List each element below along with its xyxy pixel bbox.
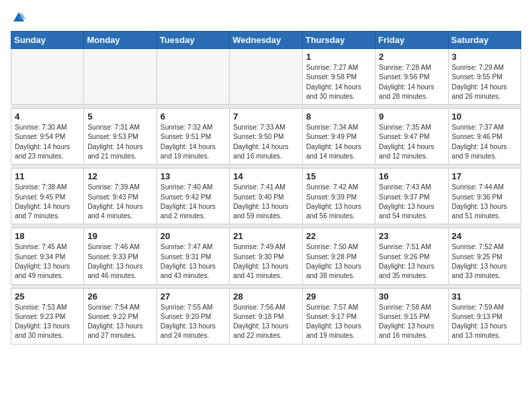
day-info: Sunrise: 7:44 AM Sunset: 9:36 PM Dayligh… (452, 183, 517, 221)
day-info: Sunrise: 7:53 AM Sunset: 9:23 PM Dayligh… (15, 303, 80, 341)
calendar-cell: 5Sunrise: 7:31 AM Sunset: 9:53 PM Daylig… (84, 109, 157, 165)
col-header-thursday: Thursday (302, 32, 375, 49)
calendar-week-2: 4Sunrise: 7:30 AM Sunset: 9:54 PM Daylig… (11, 109, 521, 165)
calendar-cell: 22Sunrise: 7:50 AM Sunset: 9:28 PM Dayli… (302, 228, 375, 284)
calendar-cell: 26Sunrise: 7:54 AM Sunset: 9:22 PM Dayli… (84, 288, 157, 344)
day-number: 19 (87, 231, 152, 241)
calendar-cell: 27Sunrise: 7:55 AM Sunset: 9:20 PM Dayli… (157, 288, 229, 344)
calendar-cell: 10Sunrise: 7:37 AM Sunset: 9:46 PM Dayli… (448, 109, 521, 165)
day-number: 5 (87, 111, 152, 122)
calendar-cell: 20Sunrise: 7:47 AM Sunset: 9:31 PM Dayli… (157, 228, 229, 284)
day-number: 26 (87, 291, 152, 302)
calendar-cell: 1Sunrise: 7:27 AM Sunset: 9:58 PM Daylig… (302, 49, 375, 105)
day-info: Sunrise: 7:39 AM Sunset: 9:43 PM Dayligh… (87, 183, 152, 221)
day-number: 16 (379, 171, 444, 181)
col-header-monday: Monday (84, 32, 157, 49)
col-header-sunday: Sunday (11, 32, 84, 49)
day-info: Sunrise: 7:55 AM Sunset: 9:20 PM Dayligh… (161, 303, 226, 341)
day-info: Sunrise: 7:33 AM Sunset: 9:50 PM Dayligh… (233, 123, 298, 161)
day-info: Sunrise: 7:31 AM Sunset: 9:53 PM Dayligh… (87, 123, 152, 161)
day-info: Sunrise: 7:27 AM Sunset: 9:58 PM Dayligh… (306, 63, 371, 101)
calendar-cell: 15Sunrise: 7:42 AM Sunset: 9:39 PM Dayli… (302, 169, 375, 224)
logo-icon (12, 11, 26, 24)
calendar-cell: 23Sunrise: 7:51 AM Sunset: 9:26 PM Dayli… (375, 228, 448, 284)
calendar-cell: 16Sunrise: 7:43 AM Sunset: 9:37 PM Dayli… (375, 169, 448, 224)
day-info: Sunrise: 7:50 AM Sunset: 9:28 PM Dayligh… (306, 242, 371, 281)
calendar-cell: 2Sunrise: 7:28 AM Sunset: 9:56 PM Daylig… (375, 49, 448, 105)
day-info: Sunrise: 7:46 AM Sunset: 9:33 PM Dayligh… (87, 242, 152, 281)
calendar-cell: 25Sunrise: 7:53 AM Sunset: 9:23 PM Dayli… (11, 288, 84, 344)
calendar-cell: 11Sunrise: 7:38 AM Sunset: 9:45 PM Dayli… (11, 169, 84, 224)
calendar-cell (11, 49, 84, 105)
calendar-cell: 7Sunrise: 7:33 AM Sunset: 9:50 PM Daylig… (230, 109, 302, 165)
calendar-week-1: 1Sunrise: 7:27 AM Sunset: 9:58 PM Daylig… (11, 49, 521, 105)
day-number: 23 (379, 231, 444, 241)
calendar-week-4: 18Sunrise: 7:45 AM Sunset: 9:34 PM Dayli… (11, 228, 521, 284)
calendar-week-3: 11Sunrise: 7:38 AM Sunset: 9:45 PM Dayli… (11, 169, 521, 224)
day-number: 20 (161, 231, 226, 241)
day-number: 21 (233, 231, 298, 241)
day-info: Sunrise: 7:59 AM Sunset: 9:13 PM Dayligh… (452, 303, 517, 341)
day-info: Sunrise: 7:49 AM Sunset: 9:30 PM Dayligh… (233, 242, 298, 281)
day-number: 25 (15, 291, 80, 302)
day-number: 1 (306, 52, 371, 62)
calendar-cell: 31Sunrise: 7:59 AM Sunset: 9:13 PM Dayli… (448, 288, 521, 344)
calendar-cell (157, 49, 229, 105)
day-info: Sunrise: 7:54 AM Sunset: 9:22 PM Dayligh… (87, 303, 152, 341)
calendar-cell: 3Sunrise: 7:29 AM Sunset: 9:55 PM Daylig… (448, 49, 521, 105)
day-info: Sunrise: 7:58 AM Sunset: 9:15 PM Dayligh… (379, 303, 444, 341)
calendar-cell: 21Sunrise: 7:49 AM Sunset: 9:30 PM Dayli… (230, 228, 302, 284)
calendar-cell: 24Sunrise: 7:52 AM Sunset: 9:25 PM Dayli… (448, 228, 521, 284)
day-number: 24 (452, 231, 517, 241)
day-info: Sunrise: 7:32 AM Sunset: 9:51 PM Dayligh… (161, 123, 226, 161)
col-header-wednesday: Wednesday (230, 32, 302, 49)
day-number: 29 (306, 291, 371, 302)
calendar-cell: 18Sunrise: 7:45 AM Sunset: 9:34 PM Dayli… (11, 228, 84, 284)
day-info: Sunrise: 7:51 AM Sunset: 9:26 PM Dayligh… (379, 242, 444, 281)
day-number: 6 (161, 111, 226, 122)
day-info: Sunrise: 7:45 AM Sunset: 9:34 PM Dayligh… (15, 242, 80, 281)
day-info: Sunrise: 7:43 AM Sunset: 9:37 PM Dayligh… (379, 183, 444, 221)
day-number: 10 (452, 111, 517, 122)
day-info: Sunrise: 7:56 AM Sunset: 9:18 PM Dayligh… (233, 303, 298, 341)
day-number: 15 (306, 171, 371, 181)
day-number: 7 (233, 111, 298, 122)
day-info: Sunrise: 7:28 AM Sunset: 9:56 PM Dayligh… (379, 63, 444, 101)
calendar-cell: 28Sunrise: 7:56 AM Sunset: 9:18 PM Dayli… (230, 288, 302, 344)
day-number: 3 (452, 52, 517, 62)
day-info: Sunrise: 7:30 AM Sunset: 9:54 PM Dayligh… (15, 123, 80, 161)
col-header-tuesday: Tuesday (157, 32, 229, 49)
calendar: SundayMondayTuesdayWednesdayThursdayFrid… (11, 31, 521, 345)
day-number: 18 (15, 231, 80, 241)
day-info: Sunrise: 7:47 AM Sunset: 9:31 PM Dayligh… (161, 242, 226, 281)
day-info: Sunrise: 7:52 AM Sunset: 9:25 PM Dayligh… (452, 242, 517, 281)
calendar-cell: 8Sunrise: 7:34 AM Sunset: 9:49 PM Daylig… (302, 109, 375, 165)
day-info: Sunrise: 7:38 AM Sunset: 9:45 PM Dayligh… (15, 183, 80, 221)
day-info: Sunrise: 7:57 AM Sunset: 9:17 PM Dayligh… (306, 303, 371, 341)
day-info: Sunrise: 7:41 AM Sunset: 9:40 PM Dayligh… (233, 183, 298, 221)
calendar-cell: 14Sunrise: 7:41 AM Sunset: 9:40 PM Dayli… (230, 169, 302, 224)
day-info: Sunrise: 7:40 AM Sunset: 9:42 PM Dayligh… (161, 183, 226, 221)
calendar-cell: 12Sunrise: 7:39 AM Sunset: 9:43 PM Dayli… (84, 169, 157, 224)
day-number: 17 (452, 171, 517, 181)
logo (11, 11, 26, 24)
day-number: 8 (306, 111, 371, 122)
day-number: 2 (379, 52, 444, 62)
calendar-cell: 17Sunrise: 7:44 AM Sunset: 9:36 PM Dayli… (448, 169, 521, 224)
day-info: Sunrise: 7:29 AM Sunset: 9:55 PM Dayligh… (452, 63, 517, 101)
day-number: 14 (233, 171, 298, 181)
day-number: 11 (15, 171, 80, 181)
calendar-cell (84, 49, 157, 105)
day-info: Sunrise: 7:35 AM Sunset: 9:47 PM Dayligh… (379, 123, 444, 161)
calendar-cell: 6Sunrise: 7:32 AM Sunset: 9:51 PM Daylig… (157, 109, 229, 165)
calendar-header-row: SundayMondayTuesdayWednesdayThursdayFrid… (11, 32, 521, 49)
day-info: Sunrise: 7:34 AM Sunset: 9:49 PM Dayligh… (306, 123, 371, 161)
day-number: 13 (161, 171, 226, 181)
day-number: 27 (161, 291, 226, 302)
day-number: 9 (379, 111, 444, 122)
calendar-cell: 30Sunrise: 7:58 AM Sunset: 9:15 PM Dayli… (375, 288, 448, 344)
day-number: 12 (87, 171, 152, 181)
day-number: 4 (15, 111, 80, 122)
calendar-cell: 29Sunrise: 7:57 AM Sunset: 9:17 PM Dayli… (302, 288, 375, 344)
day-info: Sunrise: 7:37 AM Sunset: 9:46 PM Dayligh… (452, 123, 517, 161)
